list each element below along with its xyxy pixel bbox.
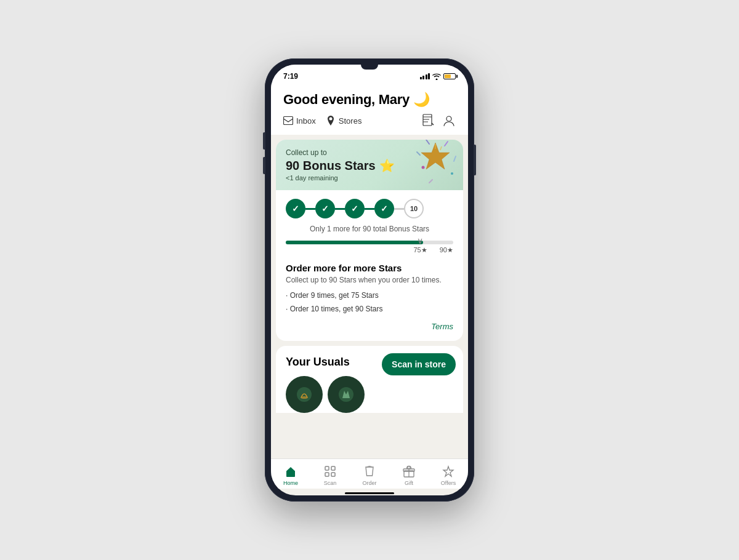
svg-point-2	[446, 116, 451, 121]
progress-dot-1: ✓	[286, 199, 305, 218]
phone-screen: 7:19 Good evening, Mary 🌙	[271, 65, 468, 495]
app-header: Good evening, Mary 🌙 Inbox	[271, 83, 468, 135]
svg-line-12	[440, 146, 442, 150]
usual-item-2[interactable]	[328, 376, 365, 413]
bonus-star-emoji: ⭐	[379, 158, 395, 173]
profile-icon[interactable]	[442, 114, 456, 127]
svg-point-14	[301, 396, 308, 399]
location-icon	[326, 116, 336, 126]
progress-description: Only 1 more for 90 total Bonus Stars	[286, 225, 453, 233]
svg-line-6	[454, 156, 456, 161]
greeting-text: Good evening, Mary 🌙	[283, 92, 456, 108]
status-time: 7:19	[283, 72, 298, 81]
header-nav: Inbox Stores	[283, 114, 456, 127]
progress-dot-4: ✓	[374, 199, 394, 218]
usuals-items	[286, 376, 453, 413]
scan-icon	[323, 464, 337, 479]
tab-scan[interactable]: Scan	[310, 464, 350, 486]
notch	[361, 65, 378, 70]
battery-icon	[443, 73, 456, 79]
progress-bar-labels: 75★ 90★	[286, 246, 453, 254]
usuals-section: Your Usuals	[276, 346, 463, 413]
scan-in-store-button[interactable]: Scan in store	[382, 353, 456, 375]
stores-nav-item[interactable]: Stores	[326, 116, 362, 126]
dot-connector-1	[305, 208, 315, 210]
tab-gift-label: Gift	[405, 480, 413, 486]
tab-home-label: Home	[283, 480, 298, 486]
terms-link[interactable]: Terms	[286, 322, 453, 331]
svg-line-7	[429, 180, 432, 183]
inbox-icon	[283, 116, 293, 126]
progress-chevron: ∨	[417, 236, 423, 246]
order-info: Order more for more Stars Collect up to …	[286, 263, 453, 331]
progress-label-90: 90★	[440, 246, 453, 254]
progress-dot-5: 10	[404, 199, 424, 218]
dot-connector-2	[335, 208, 345, 210]
progress-label-75: 75★	[414, 246, 427, 254]
progress-bar-container: ∨ 75★ 90★	[286, 241, 453, 254]
tab-home[interactable]: Home	[271, 464, 310, 486]
gift-icon	[402, 464, 416, 479]
status-icons	[420, 73, 456, 80]
tab-scan-label: Scan	[324, 480, 337, 486]
svg-line-3	[426, 140, 429, 144]
bonus-card: Collect up to 90 Bonus Stars ⭐ <1 day re…	[276, 140, 463, 341]
dot-connector-4	[394, 208, 404, 210]
svg-line-5	[417, 152, 420, 155]
wifi-icon	[432, 73, 441, 80]
progress-bar-bg: ∨	[286, 241, 453, 244]
svg-point-13	[297, 387, 312, 402]
receipt-icon[interactable]	[421, 114, 435, 127]
order-bullet-1: · Order 9 times, get 75 Stars	[286, 289, 453, 303]
home-icon	[283, 464, 298, 479]
tab-order[interactable]: Order	[350, 464, 389, 486]
phone-frame: 7:19 Good evening, Mary 🌙	[265, 58, 474, 502]
progress-dot-3: ✓	[345, 199, 365, 218]
volume-up-button	[263, 132, 265, 150]
svg-rect-16	[289, 473, 293, 477]
bonus-title-text: 90 Bonus Stars	[286, 159, 376, 173]
svg-marker-23	[443, 466, 453, 476]
svg-point-9	[451, 172, 453, 175]
usual-item-1[interactable]	[286, 376, 323, 413]
tab-offers-label: Offers	[441, 480, 456, 486]
home-bar	[345, 492, 394, 494]
offers-icon	[441, 464, 456, 479]
cup-icon	[362, 464, 377, 479]
bottom-nav: Home Scan	[271, 458, 468, 489]
tab-order-label: Order	[362, 480, 376, 486]
svg-rect-18	[331, 466, 335, 470]
order-title: Order more for more Stars	[286, 263, 453, 273]
svg-point-8	[422, 166, 425, 169]
progress-dots: ✓ ✓ ✓ ✓ 10	[286, 199, 453, 218]
star-decoration	[414, 140, 457, 190]
order-bullets: · Order 9 times, get 75 Stars · Order 10…	[286, 289, 453, 316]
svg-rect-1	[423, 114, 432, 126]
dot-connector-3	[365, 208, 374, 210]
scroll-content[interactable]: Good evening, Mary 🌙 Inbox	[271, 83, 468, 458]
order-subtitle: Collect up to 90 Stars when you order 10…	[286, 276, 453, 284]
bonus-body: ✓ ✓ ✓ ✓ 10 Only 1 more for 90 total Bonu…	[276, 190, 463, 341]
signal-icon	[420, 73, 430, 79]
svg-rect-20	[331, 473, 335, 476]
order-bullet-2: · Order 10 times, get 90 Stars	[286, 303, 453, 316]
svg-rect-0	[284, 117, 293, 125]
stores-label: Stores	[339, 116, 362, 126]
inbox-label: Inbox	[296, 116, 316, 126]
inbox-nav-item[interactable]: Inbox	[283, 116, 316, 126]
svg-rect-19	[325, 473, 329, 476]
bonus-banner: Collect up to 90 Bonus Stars ⭐ <1 day re…	[276, 140, 463, 190]
tab-gift[interactable]: Gift	[389, 464, 429, 486]
progress-bar-fill	[286, 241, 423, 244]
svg-rect-17	[325, 466, 329, 470]
power-button	[474, 145, 476, 175]
volume-down-button	[263, 157, 265, 174]
progress-dot-2: ✓	[315, 199, 335, 218]
svg-line-4	[445, 142, 448, 146]
tab-offers[interactable]: Offers	[429, 464, 468, 486]
